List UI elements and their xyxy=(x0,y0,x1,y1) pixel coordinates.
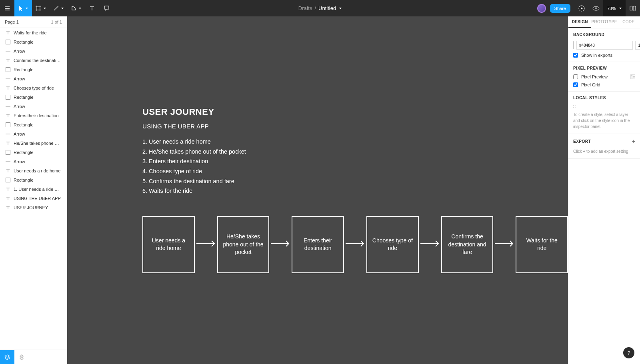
flow-box[interactable]: Waits for the ride xyxy=(516,216,568,273)
rectangle-icon xyxy=(6,95,10,100)
frame-tool[interactable] xyxy=(32,0,50,16)
export-section: EXPORT + Click + to add an export settin… xyxy=(568,134,640,159)
comment-tool[interactable] xyxy=(99,0,114,16)
steps-text[interactable]: 1. User needs a ride home2. He/She takes… xyxy=(142,137,568,196)
pixel-preview-scale xyxy=(630,74,635,79)
layers-tab-button[interactable] xyxy=(0,350,14,364)
local-styles-section: LOCAL STYLES ⸬ To create a style, select… xyxy=(568,92,640,134)
tab-design[interactable]: DESIGN xyxy=(568,16,591,28)
layer-item[interactable]: Rectangle xyxy=(0,120,67,129)
present-button[interactable] xyxy=(574,0,589,16)
tab-code[interactable]: CODE xyxy=(617,16,640,28)
flow-box[interactable]: Enters their destination xyxy=(292,216,344,273)
page-name: Page 1 xyxy=(5,20,19,24)
flow-box[interactable]: User needs a ride home xyxy=(142,216,195,273)
flow-box[interactable]: Confirms the destination and fare xyxy=(441,216,494,273)
avatar[interactable] xyxy=(537,4,546,13)
pixel-grid-row[interactable]: Pixel Grid xyxy=(573,82,635,87)
flow-arrow[interactable] xyxy=(195,239,217,250)
text-icon xyxy=(6,141,10,146)
help-icon: ? xyxy=(627,350,630,356)
layer-item[interactable]: Rectangle xyxy=(0,175,67,184)
menu-button[interactable] xyxy=(0,0,14,16)
view-button[interactable] xyxy=(589,0,603,16)
layer-item[interactable]: Rectangle xyxy=(0,37,67,46)
layer-label: Rectangle xyxy=(14,40,34,44)
layer-label: Enters their destination xyxy=(14,113,59,118)
layer-label: Rectangle xyxy=(14,150,34,155)
flow-box[interactable]: Chooses type of ride xyxy=(366,216,419,273)
help-button[interactable]: ? xyxy=(623,347,634,358)
layer-item[interactable]: Waits for the ride xyxy=(0,28,67,37)
flow-arrow[interactable] xyxy=(419,239,441,250)
layer-label: User needs a ride home xyxy=(14,168,60,173)
layer-item[interactable]: Arrow xyxy=(0,157,67,166)
layer-item[interactable]: 1. User needs a ride home 2. … xyxy=(0,184,67,194)
layer-label: Rectangle xyxy=(14,178,34,182)
layer-item[interactable]: Confirms the destination and… xyxy=(0,56,67,65)
chevron-down-icon xyxy=(26,8,28,9)
layer-item[interactable]: Arrow xyxy=(0,129,67,138)
move-tool[interactable] xyxy=(14,0,32,16)
export-help: Click + to add an export setting xyxy=(573,148,635,154)
step-line: 5. Confirms the destination and fare xyxy=(142,176,568,186)
layer-item[interactable]: Chooses type of ride xyxy=(0,83,67,92)
bg-opacity-input[interactable] xyxy=(635,41,640,50)
tab-prototype[interactable]: PROTOTYPE xyxy=(591,16,617,28)
layer-item[interactable]: Rectangle xyxy=(0,148,67,157)
rectangle-icon xyxy=(6,40,10,44)
show-in-exports-checkbox[interactable] xyxy=(573,53,578,58)
text-tool[interactable] xyxy=(85,0,99,16)
local-styles-label: LOCAL STYLES xyxy=(573,96,635,100)
layer-label: Arrow xyxy=(14,49,25,54)
arrow-icon xyxy=(6,159,10,164)
canvas[interactable]: USER JOURNEY USING THE UBER APP 1. User … xyxy=(67,16,568,364)
step-line: 4. Chooses type of ride xyxy=(142,166,568,176)
flow-row: User needs a ride homeHe/She takes phone… xyxy=(142,216,568,273)
layer-item[interactable]: He/She takes phone out of th… xyxy=(0,138,67,148)
chevron-down-icon xyxy=(44,8,46,9)
local-styles-help: To create a style, select a layer and cl… xyxy=(573,112,635,130)
inspector-tabs: DESIGN PROTOTYPE CODE xyxy=(568,16,640,28)
flow-arrow[interactable] xyxy=(493,239,516,250)
page-header[interactable]: Page 1 1 of 1 xyxy=(0,16,67,28)
pixel-grid-checkbox[interactable] xyxy=(573,82,578,87)
title-text[interactable]: USER JOURNEY xyxy=(142,107,568,117)
pixel-grid-label: Pixel Grid xyxy=(581,82,600,87)
flow-box[interactable]: He/She takes phone out of the pocket xyxy=(217,216,270,273)
zoom-control[interactable]: 73% xyxy=(603,0,626,16)
export-label: EXPORT xyxy=(573,139,591,144)
layer-item[interactable]: USING THE UBER APP xyxy=(0,194,67,203)
show-in-exports-row[interactable]: Show in exports xyxy=(573,53,635,58)
add-export-button[interactable]: + xyxy=(632,138,635,144)
layer-label: Chooses type of ride xyxy=(14,86,54,90)
library-button[interactable] xyxy=(626,0,640,16)
inspector-panel: DESIGN PROTOTYPE CODE BACKGROUND Show in… xyxy=(568,16,640,364)
subtitle-text[interactable]: USING THE UBER APP xyxy=(142,123,568,130)
toolbar-left xyxy=(0,0,114,16)
layer-item[interactable]: USER JOURNEY xyxy=(0,203,67,212)
pixel-preview-checkbox[interactable] xyxy=(573,74,578,79)
assets-tab-button[interactable] xyxy=(14,350,29,364)
bg-swatch[interactable] xyxy=(573,41,574,49)
layer-label: Arrow xyxy=(14,104,25,109)
flow-arrow[interactable] xyxy=(269,239,292,250)
bg-hex-input[interactable] xyxy=(576,41,633,50)
layer-item[interactable]: Arrow xyxy=(0,74,67,83)
shape-tool[interactable] xyxy=(67,0,85,16)
breadcrumb[interactable]: Drafts / Untitled xyxy=(298,5,342,11)
layer-item[interactable]: User needs a ride home xyxy=(0,166,67,175)
layer-item[interactable]: Enters their destination xyxy=(0,111,67,120)
pixel-preview-row[interactable]: Pixel Preview xyxy=(573,74,608,79)
share-button[interactable]: Share xyxy=(550,4,570,13)
flow-arrow[interactable] xyxy=(344,239,366,250)
layer-item[interactable]: Arrow xyxy=(0,102,67,111)
text-icon xyxy=(6,205,10,210)
layer-item[interactable]: Rectangle xyxy=(0,92,67,102)
layer-item[interactable]: Arrow xyxy=(0,46,67,56)
pen-tool[interactable] xyxy=(50,0,67,16)
canvas-content: USER JOURNEY USING THE UBER APP 1. User … xyxy=(142,16,568,273)
layer-item[interactable]: Rectangle xyxy=(0,65,67,74)
layer-label: Arrow xyxy=(14,132,25,136)
toolbar-right: Share 73% xyxy=(537,0,640,16)
